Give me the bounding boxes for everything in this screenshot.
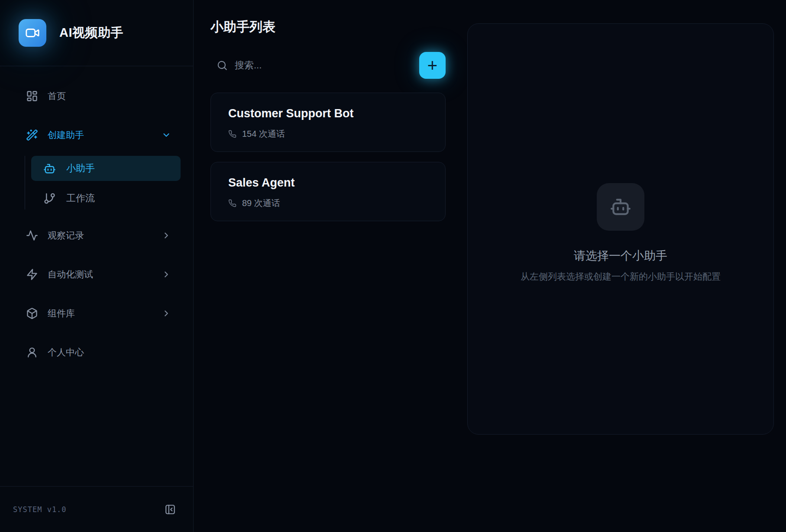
sidebar-header: AI视频助手: [0, 0, 193, 66]
sidebar-item-label: 工作流: [66, 192, 95, 205]
phone-icon: [228, 130, 236, 138]
app-title: AI视频助手: [59, 24, 123, 42]
sidebar-item-label: 小助手: [66, 162, 95, 175]
empty-state-tile: [597, 183, 644, 231]
search-box: [210, 60, 419, 71]
create-assistant-submenu: 小助手 工作流: [25, 156, 181, 210]
assistant-calls: 89 次通话: [228, 197, 432, 209]
user-icon: [26, 346, 38, 358]
assistant-list-panel: 小助手列表 + Customer Support Bot: [194, 0, 467, 532]
empty-state: 请选择一个小助手 从左侧列表选择或创建一个新的小助手以开始配置: [521, 183, 721, 283]
assistant-name: Sales Agent: [228, 176, 432, 190]
sidebar-item-workflow[interactable]: 工作流: [31, 187, 181, 210]
add-assistant-button[interactable]: +: [419, 52, 446, 79]
app-logo: [19, 19, 46, 47]
assistant-detail-panel: 请选择一个小助手 从左侧列表选择或创建一个新的小助手以开始配置: [467, 23, 774, 435]
phone-icon: [228, 199, 236, 207]
sidebar-item-label: 组件库: [48, 307, 152, 319]
sidebar: AI视频助手 首页 创建助手: [0, 0, 194, 532]
assistant-name: Customer Support Bot: [228, 107, 432, 120]
sidebar-item-label: 创建助手: [48, 129, 152, 141]
git-branch-icon: [43, 192, 56, 205]
panel-left-close-icon: [165, 504, 176, 515]
chevron-right-icon: [162, 309, 171, 318]
bot-icon: [610, 196, 631, 218]
sidebar-item-profile[interactable]: 个人中心: [13, 341, 181, 364]
sidebar-item-label: 自动化测试: [48, 268, 152, 281]
sidebar-item-label: 首页: [48, 90, 179, 102]
assistant-calls-label: 89 次通话: [242, 197, 280, 209]
page-title: 小助手列表: [210, 18, 446, 36]
collapse-sidebar-button[interactable]: [165, 504, 176, 515]
chevron-down-icon: [162, 130, 171, 140]
sidebar-footer: SYSTEM v1.0: [0, 486, 193, 532]
search-icon: [217, 60, 228, 71]
empty-state-title: 请选择一个小助手: [574, 248, 667, 264]
main-area: 小助手列表 + Customer Support Bot: [194, 0, 786, 532]
wand-sparkles-icon: [26, 129, 38, 141]
bot-icon: [43, 162, 56, 175]
sidebar-item-observation[interactable]: 观察记录: [13, 224, 181, 247]
zap-icon: [26, 268, 38, 281]
search-input[interactable]: [235, 60, 378, 71]
assistant-calls-label: 154 次通话: [242, 128, 285, 140]
assistant-cards: Customer Support Bot 154 次通话 Sales Agent: [210, 93, 446, 221]
sidebar-nav: 首页 创建助手 小助手: [0, 66, 193, 486]
chevron-right-icon: [162, 270, 171, 279]
sidebar-item-label: 观察记录: [48, 229, 152, 242]
search-row: +: [210, 52, 446, 79]
system-version: SYSTEM v1.0: [13, 505, 67, 514]
video-camera-icon: [25, 26, 40, 40]
sidebar-item-label: 个人中心: [48, 346, 179, 358]
sidebar-item-create-assistant[interactable]: 创建助手: [13, 124, 181, 146]
sidebar-item-automation-test[interactable]: 自动化测试: [13, 263, 181, 286]
sidebar-item-assistants[interactable]: 小助手: [31, 156, 181, 181]
assistant-card[interactable]: Sales Agent 89 次通话: [210, 162, 446, 221]
sidebar-item-home[interactable]: 首页: [13, 85, 181, 107]
box-icon: [26, 307, 38, 319]
activity-icon: [26, 229, 38, 242]
assistant-calls: 154 次通话: [228, 128, 432, 140]
sidebar-item-component-library[interactable]: 组件库: [13, 302, 181, 325]
chevron-right-icon: [162, 231, 171, 240]
dashboard-icon: [26, 90, 38, 102]
assistant-card[interactable]: Customer Support Bot 154 次通话: [210, 93, 446, 152]
empty-state-subtitle: 从左侧列表选择或创建一个新的小助手以开始配置: [521, 271, 721, 283]
